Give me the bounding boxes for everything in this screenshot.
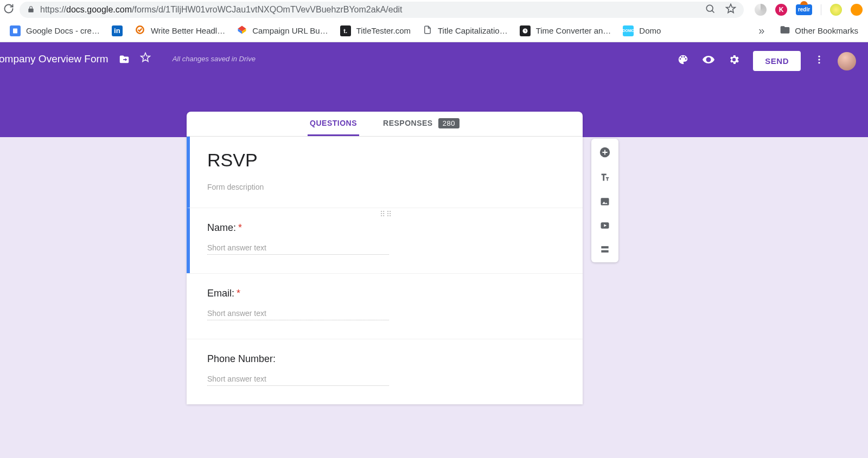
document-title[interactable]: ompany Overview Form xyxy=(0,53,108,65)
bookmark-label: Campaign URL Bu… xyxy=(252,26,328,35)
lock-icon xyxy=(27,5,35,15)
question-block[interactable]: Phone Number: Short answer text xyxy=(187,339,583,404)
other-bookmarks-folder[interactable]: Other Bookmarks xyxy=(780,24,858,37)
bookmark-item[interactable]: Campaign URL Bu… xyxy=(237,25,328,36)
save-status-text: All changes saved in Drive xyxy=(173,55,256,63)
palette-icon[interactable] xyxy=(677,54,689,68)
form-header-section[interactable]: RSVP Form description xyxy=(187,137,583,208)
bookmarks-bar: Google Docs - cre… in Write Better Headl… xyxy=(0,20,868,42)
bookmark-item[interactable]: t. TitleTester.com xyxy=(340,25,411,36)
bookmark-item[interactable]: DOMO Domo xyxy=(623,25,661,36)
svg-point-4 xyxy=(707,59,710,61)
svg-rect-12 xyxy=(601,250,608,253)
reload-icon[interactable] xyxy=(3,3,14,16)
required-marker: * xyxy=(238,222,242,233)
tab-questions[interactable]: QUESTIONS xyxy=(308,112,359,136)
bookmark-favicon xyxy=(520,25,531,36)
bookmark-label: Write Better Headl… xyxy=(151,26,225,35)
browser-toolbar: https://docs.google.com/forms/d/1TiljHW0… xyxy=(0,0,868,20)
bookmark-star-icon[interactable] xyxy=(725,3,736,17)
tab-responses-label: RESPONSES xyxy=(383,119,433,127)
settings-gear-icon[interactable] xyxy=(728,54,740,68)
app-surface: ompany Overview Form All changes saved i… xyxy=(0,42,868,458)
account-avatar[interactable] xyxy=(838,52,856,70)
folder-icon xyxy=(780,24,790,37)
extension-icons: K redir xyxy=(755,4,863,16)
svg-point-0 xyxy=(706,5,713,11)
question-label[interactable]: Email:* xyxy=(207,288,562,299)
bookmark-favicon xyxy=(237,25,247,36)
other-bookmarks-label: Other Bookmarks xyxy=(795,26,858,35)
address-bar[interactable]: https://docs.google.com/forms/d/1TiljHW0… xyxy=(20,2,744,18)
bookmarks-overflow-icon[interactable]: » xyxy=(755,24,768,37)
question-block[interactable]: ⠿⠿ Name:* Short answer text xyxy=(187,208,583,273)
bookmark-label: Domo xyxy=(639,26,661,35)
more-vertical-icon[interactable] xyxy=(814,54,825,68)
responses-count-badge: 280 xyxy=(438,118,459,128)
drag-handle-icon[interactable]: ⠿⠿ xyxy=(380,212,393,216)
bookmark-favicon xyxy=(135,24,145,37)
extension-icon[interactable]: K xyxy=(775,4,787,16)
bookmark-favicon xyxy=(423,25,432,36)
required-marker: * xyxy=(237,288,240,299)
question-label[interactable]: Phone Number: xyxy=(207,353,562,365)
extension-icon[interactable] xyxy=(830,4,842,16)
form-card: QUESTIONS RESPONSES 280 RSVP Form descri… xyxy=(187,112,583,404)
svg-rect-9 xyxy=(601,198,609,205)
divider xyxy=(821,4,821,15)
question-label[interactable]: Name:* xyxy=(207,222,562,234)
answer-placeholder: Short answer text xyxy=(207,243,389,255)
form-description[interactable]: Form description xyxy=(207,183,562,191)
question-block[interactable]: Email:* Short answer text xyxy=(187,273,583,339)
extension-icon[interactable]: redir xyxy=(796,4,812,15)
tab-responses[interactable]: RESPONSES 280 xyxy=(381,112,462,136)
search-icon[interactable] xyxy=(705,3,716,17)
bookmark-label: TitleTester.com xyxy=(356,26,411,35)
add-section-icon[interactable] xyxy=(599,244,610,255)
svg-point-5 xyxy=(818,56,820,57)
bookmark-label: Google Docs - cre… xyxy=(26,26,100,35)
bookmark-favicon: in xyxy=(112,25,123,36)
bookmark-item[interactable]: Title Capitalizatio… xyxy=(423,25,508,36)
bookmark-item[interactable]: Google Docs - cre… xyxy=(10,25,100,36)
add-question-icon[interactable] xyxy=(599,146,611,158)
svg-point-6 xyxy=(818,59,820,60)
add-video-icon[interactable] xyxy=(599,220,610,231)
bookmark-item[interactable]: Write Better Headl… xyxy=(135,24,225,37)
bookmark-label: Time Converter an… xyxy=(536,26,611,35)
bookmark-favicon xyxy=(10,25,21,36)
form-title[interactable]: RSVP xyxy=(207,150,562,171)
star-icon[interactable] xyxy=(140,52,151,66)
drive-folder-icon[interactable] xyxy=(118,53,130,65)
add-image-icon[interactable] xyxy=(599,196,610,207)
extension-icon[interactable] xyxy=(755,4,767,16)
bookmark-favicon: t. xyxy=(340,25,351,36)
floating-toolbar xyxy=(591,139,618,262)
bookmark-item[interactable]: Time Converter an… xyxy=(520,25,611,36)
extension-icon[interactable] xyxy=(851,4,863,16)
add-title-icon[interactable] xyxy=(599,171,611,183)
svg-rect-1 xyxy=(13,28,17,33)
preview-eye-icon[interactable] xyxy=(702,53,715,69)
bookmark-label: Title Capitalizatio… xyxy=(438,26,508,35)
bookmark-favicon: DOMO xyxy=(623,25,634,36)
url-text: https://docs.google.com/forms/d/1TiljHW0… xyxy=(40,5,699,15)
tab-bar: QUESTIONS RESPONSES 280 xyxy=(187,112,583,137)
bookmark-item[interactable]: in xyxy=(112,25,123,36)
svg-point-7 xyxy=(818,62,820,63)
send-button[interactable]: SEND xyxy=(753,51,801,71)
answer-placeholder: Short answer text xyxy=(207,309,389,320)
answer-placeholder: Short answer text xyxy=(207,375,389,386)
svg-rect-11 xyxy=(601,246,608,248)
